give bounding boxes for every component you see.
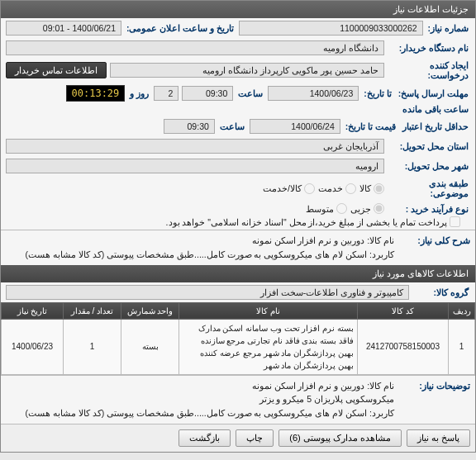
need-notes-line1: نام کالا: دوربین و نرم افزار اسکن نمونه bbox=[7, 379, 394, 393]
process-low-radio[interactable]: جزیی bbox=[350, 203, 384, 214]
need-notes-line3: کاربرد: اسکن لام های میکروسکوپی به صورت … bbox=[7, 406, 394, 420]
deadline-time: 09:30 bbox=[182, 86, 233, 101]
cell-name: بسته نرم افزار تحت وب سامانه اسکن مدارک … bbox=[179, 319, 358, 374]
time-label-1: ساعت bbox=[236, 88, 264, 98]
items-table: ردیف کد کالا نام کالا واحد شمارش تعداد /… bbox=[1, 302, 475, 375]
credit-until-label: قیمت تا تاریخ: bbox=[344, 121, 397, 131]
col-qty: تعداد / مقدار bbox=[64, 302, 121, 319]
cell-unit: بسته bbox=[121, 319, 179, 374]
row-need-no: شماره نیاز: 1100009033000262 تاریخ و ساع… bbox=[1, 18, 475, 38]
table-row[interactable]: 1 2412700758150003 بسته نرم افزار تحت وب… bbox=[2, 319, 475, 374]
col-name: نام کالا bbox=[179, 302, 358, 319]
row-process: نوع فرآیند خرید : جزیی متوسط پرداخت تمام… bbox=[1, 201, 475, 230]
row-group: گروه کالا: کامپیوتر و فناوری اطلاعات-سخت… bbox=[1, 282, 475, 302]
cell-qty: 1 bbox=[64, 319, 121, 374]
cat-service-radio[interactable]: خدمت bbox=[318, 183, 356, 194]
time-label-2: ساعت bbox=[218, 121, 246, 131]
footer-bar: پاسخ به نیاز مشاهده مدارک پیوستی (6) چاپ… bbox=[1, 424, 475, 452]
cat-goods-text: کالا bbox=[359, 183, 371, 193]
need-desc-line1: نام کالا: دوربین و نرم افزار اسکن نمونه bbox=[7, 234, 394, 248]
org-value: دانشگاه ارومیه bbox=[6, 40, 384, 55]
process-med-radio[interactable]: متوسط bbox=[306, 203, 347, 214]
need-notes-block: توضیحات نیاز: نام کالا: دوربین و نرم افز… bbox=[1, 375, 475, 424]
row-subject-cat: طبقه بندی موضوعی: کالا خدمت کالا/خدمت bbox=[1, 176, 475, 201]
cat-both-text: کالا/خدمت bbox=[263, 183, 302, 193]
process-low-text: جزیی bbox=[350, 204, 371, 214]
col-unit: واحد شمارش bbox=[121, 302, 179, 319]
credit-label: حداقل تاریخ اعتبار bbox=[401, 121, 470, 131]
deadline-date: 1400/06/23 bbox=[268, 86, 359, 101]
panel-title: جزئیات اطلاعات نیاز bbox=[1, 1, 475, 18]
announce-value: 1400/06/21 - 09:01 bbox=[6, 21, 121, 36]
cell-code: 2412700758150003 bbox=[358, 319, 449, 374]
until-label: تا تاریخ: bbox=[362, 88, 393, 98]
need-notes-line2: میکروسکوپی پلاریزان 5 میکرو و یزتر bbox=[7, 392, 394, 406]
col-date: تاریخ نیاز bbox=[2, 302, 64, 319]
row-deadline: مهلت ارسال پاسخ: تا تاریخ: 1400/06/23 سا… bbox=[1, 83, 475, 116]
remaining-label: ساعت باقی مانده bbox=[401, 104, 470, 114]
contact-button[interactable]: اطلاعات تماس خریدار bbox=[6, 62, 107, 78]
need-no-label: شماره نیاز: bbox=[426, 23, 470, 33]
row-credit: حداقل تاریخ اعتبار قیمت تا تاریخ: 1400/0… bbox=[1, 116, 475, 136]
col-code: کد کالا bbox=[358, 302, 449, 319]
print-button[interactable]: چاپ bbox=[236, 429, 274, 447]
process-med-text: متوسط bbox=[306, 204, 334, 214]
need-desc-label: شرح کلی نیاز: bbox=[401, 230, 475, 265]
days-value: 2 bbox=[154, 86, 178, 101]
row-requester: ایجاد کننده درخواست: حامد حسین پور ماکوی… bbox=[1, 58, 475, 83]
cat-both-radio[interactable]: کالا/خدمت bbox=[263, 183, 315, 194]
need-notes-label: توضیحات نیاز: bbox=[401, 376, 475, 424]
cat-goods-radio[interactable]: کالا bbox=[359, 183, 384, 194]
reply-button[interactable]: پاسخ به نیاز bbox=[407, 429, 470, 447]
row-province: استان محل تحویل: آذربایجان غربی bbox=[1, 136, 475, 156]
main-panel: جزئیات اطلاعات نیاز شماره نیاز: 11000090… bbox=[0, 0, 476, 453]
province-label: استان محل تحویل: bbox=[388, 141, 470, 151]
items-header: اطلاعات کالاهای مورد نیاز bbox=[1, 265, 475, 282]
credit-date: 1400/06/24 bbox=[250, 119, 340, 134]
requester-label: ایجاد کننده درخواست: bbox=[388, 60, 470, 80]
requester-value: حامد حسین پور ماکویی کارپرداز دانشگاه ار… bbox=[110, 63, 384, 78]
back-button[interactable]: بازگشت bbox=[178, 429, 231, 447]
province-value: آذربایجان غربی bbox=[6, 139, 384, 154]
payment-note-text: پرداخت تمام یا بخشی از مبلغ خرید،از محل … bbox=[166, 217, 447, 227]
day-label: روز و bbox=[128, 88, 150, 98]
need-no-value: 1100009033000262 bbox=[239, 21, 422, 36]
col-row: ردیف bbox=[449, 302, 475, 319]
row-org: نام دستگاه خریدار: دانشگاه ارومیه bbox=[1, 38, 475, 58]
deadline-label: مهلت ارسال پاسخ: bbox=[397, 88, 470, 98]
group-label: گروه کالا: bbox=[412, 287, 470, 297]
docs-button[interactable]: مشاهده مدارک پیوستی (6) bbox=[278, 429, 402, 447]
need-desc-block: شرح کلی نیاز: نام کالا: دوربین و نرم افز… bbox=[1, 230, 475, 265]
payment-check[interactable]: پرداخت تمام یا بخشی از مبلغ خرید،از محل … bbox=[166, 216, 460, 227]
group-value: کامپیوتر و فناوری اطلاعات-سخت افزار bbox=[6, 285, 409, 300]
need-desc-line2: کاربرد: اسکن لام های میکروسکوپی به صورت … bbox=[7, 248, 394, 262]
city-value: ارومیه bbox=[6, 159, 384, 173]
city-label: شهر محل تحویل: bbox=[388, 161, 470, 171]
subject-cat-label: طبقه بندی موضوعی: bbox=[388, 178, 470, 198]
credit-time: 09:30 bbox=[164, 119, 215, 134]
countdown-timer: 00:13:29 bbox=[66, 85, 126, 102]
org-label: نام دستگاه خریدار: bbox=[388, 43, 470, 53]
cell-date: 1400/06/23 bbox=[2, 319, 64, 374]
row-city: شهر محل تحویل: ارومیه bbox=[1, 156, 475, 176]
cat-service-text: خدمت bbox=[318, 183, 343, 193]
cell-row: 1 bbox=[449, 319, 475, 374]
announce-label: تاریخ و ساعت اعلان عمومی: bbox=[125, 23, 236, 33]
process-label: نوع فرآیند خرید : bbox=[388, 204, 470, 214]
